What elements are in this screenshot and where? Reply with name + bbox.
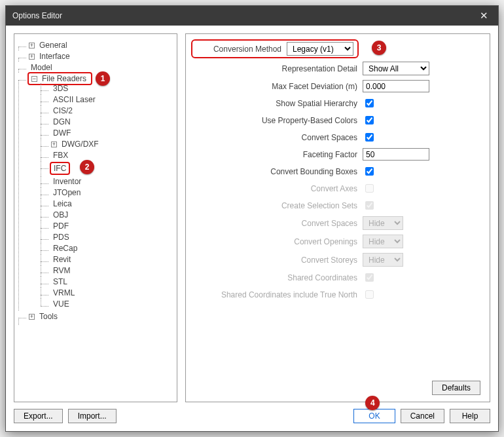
tree-node-ascii-laser[interactable]: ASCII Laser <box>41 94 174 105</box>
use-property-colors-label: Use Property-Based Colors <box>195 116 357 125</box>
tree-node-jtopen[interactable]: JTOpen <box>41 187 174 199</box>
expand-icon[interactable]: + <box>29 54 35 60</box>
convert-bounding-boxes-check[interactable] <box>365 167 374 176</box>
representation-detail-label: Representation Detail <box>195 64 357 73</box>
tree-node-fbx[interactable]: FBX <box>41 150 174 161</box>
cancel-button[interactable]: Cancel <box>401 409 444 423</box>
annotation-badge-1: 1 <box>96 71 110 86</box>
convert-axes-check <box>365 184 374 193</box>
tree-node-revit[interactable]: Revit <box>41 254 174 265</box>
show-spatial-hierarchy-label: Show Spatial Hierarchy <box>195 99 357 108</box>
ok-button[interactable]: OK <box>353 409 395 423</box>
export-button[interactable]: Export... <box>14 409 63 423</box>
tree-node-ifc[interactable]: IFC 2 <box>41 161 174 176</box>
tree-node-dwgdxf[interactable]: +DWG/DXF <box>41 139 174 150</box>
tree-node-interface[interactable]: +Interface <box>18 50 174 62</box>
collapse-icon[interactable]: − <box>31 76 37 82</box>
options-editor-window: Options Editor ✕ +General +Interface Mod… <box>5 5 499 432</box>
conversion-method-label: Conversion Method <box>196 45 281 54</box>
tree-node-rvm[interactable]: RVM <box>41 265 174 276</box>
convert-spaces-label: Convert Spaces <box>195 133 357 142</box>
create-selection-sets-label: Create Selection Sets <box>195 201 357 210</box>
tree-node-3ds[interactable]: 3DS <box>41 83 174 94</box>
convert-openings-label: Convert Openings <box>195 237 357 246</box>
tree-node-vrml[interactable]: VRML <box>41 288 174 299</box>
tree-node-dgn[interactable]: DGN <box>41 117 174 128</box>
annotation-badge-4: 4 <box>365 396 380 410</box>
shared-coordinates-tn-check <box>365 290 374 299</box>
conversion-method-select[interactable]: Legacy (v1) <box>287 42 353 56</box>
use-property-colors-check[interactable] <box>365 116 374 124</box>
tree-node-stl[interactable]: STL <box>41 276 174 288</box>
expand-icon[interactable]: + <box>29 314 35 320</box>
create-selection-sets-check <box>365 201 374 210</box>
titlebar: Options Editor ✕ <box>6 6 498 26</box>
tree-node-pdf[interactable]: PDF <box>41 221 174 232</box>
shared-coordinates-check <box>365 273 374 282</box>
max-facet-deviation-label: Max Facet Deviation (m) <box>195 82 357 91</box>
max-facet-deviation-input[interactable] <box>363 80 429 92</box>
expand-icon[interactable]: + <box>29 43 35 48</box>
convert-storeys-select: Hide <box>363 253 403 267</box>
convert-axes-label: Convert Axes <box>195 184 357 193</box>
convert-storeys-label: Convert Storeys <box>195 256 357 265</box>
options-tree[interactable]: +General +Interface Model −File Readers … <box>14 33 177 402</box>
tree-node-cis2[interactable]: CIS/2 <box>41 105 174 117</box>
convert-spaces2-label: Convert Spaces <box>195 219 357 228</box>
tree-node-model[interactable]: Model <box>18 62 174 73</box>
tree-node-obj[interactable]: OBJ <box>41 210 174 221</box>
shared-coordinates-tn-label: Shared Coordinates include True North <box>195 290 357 299</box>
annotation-badge-2: 2 <box>80 160 94 174</box>
tree-node-general[interactable]: +General <box>18 39 174 50</box>
convert-spaces-check[interactable] <box>365 133 374 142</box>
tree-node-recap[interactable]: ReCap <box>41 243 174 254</box>
import-button[interactable]: Import... <box>68 409 117 423</box>
tree-node-vue[interactable]: VUE <box>41 299 174 310</box>
defaults-button[interactable]: Defaults <box>432 381 480 395</box>
faceting-factor-input[interactable] <box>363 148 429 161</box>
options-form: Conversion Method Legacy (v1) 3 Represen… <box>185 33 490 402</box>
convert-spaces2-select: Hide <box>363 216 403 230</box>
representation-detail-select[interactable]: Show All <box>363 62 429 75</box>
annotation-badge-3: 3 <box>372 41 386 55</box>
convert-openings-select: Hide <box>363 235 403 248</box>
tree-node-tools[interactable]: +Tools <box>18 311 174 322</box>
expand-icon[interactable]: + <box>51 142 57 147</box>
tree-node-leica[interactable]: Leica <box>41 199 174 210</box>
window-title: Options Editor <box>12 11 476 20</box>
tree-node-inventor[interactable]: Inventor <box>41 176 174 187</box>
tree-node-dwf[interactable]: DWF <box>41 128 174 139</box>
tree-node-file-readers[interactable]: −File Readers 1 3DS ASCII Laser CIS/2 DG… <box>18 73 174 311</box>
close-icon[interactable]: ✕ <box>476 10 492 22</box>
convert-bounding-boxes-label: Convert Bounding Boxes <box>195 167 357 176</box>
tree-node-pds[interactable]: PDS <box>41 232 174 243</box>
shared-coordinates-label: Shared Coordinates <box>195 273 357 282</box>
faceting-factor-label: Faceting Factor <box>195 150 357 159</box>
show-spatial-hierarchy-check[interactable] <box>365 99 374 107</box>
help-button[interactable]: Help <box>450 409 490 423</box>
